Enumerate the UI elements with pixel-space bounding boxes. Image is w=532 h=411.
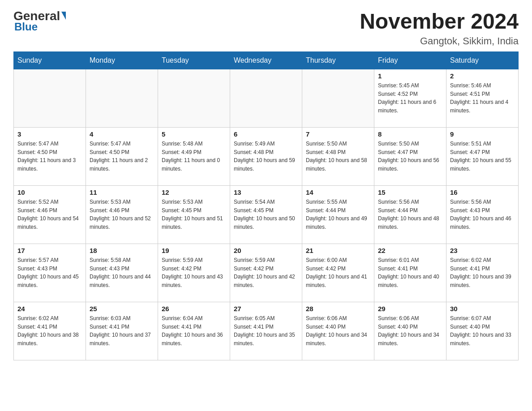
calendar-day-cell: 30Sunrise: 6:07 AMSunset: 4:40 PMDayligh… bbox=[446, 302, 519, 360]
calendar-day-cell: 4Sunrise: 5:47 AMSunset: 4:50 PMDaylight… bbox=[86, 128, 158, 186]
calendar-day-cell: 7Sunrise: 5:50 AMSunset: 4:48 PMDaylight… bbox=[302, 128, 374, 186]
day-number: 7 bbox=[306, 130, 370, 138]
day-info: Sunrise: 5:50 AMSunset: 4:47 PMDaylight:… bbox=[378, 140, 442, 173]
calendar-body: 1Sunrise: 5:45 AMSunset: 4:52 PMDaylight… bbox=[14, 69, 519, 360]
day-info: Sunrise: 5:59 AMSunset: 4:42 PMDaylight:… bbox=[162, 256, 226, 289]
day-number: 13 bbox=[234, 188, 298, 196]
calendar-day-cell: 6Sunrise: 5:49 AMSunset: 4:48 PMDaylight… bbox=[230, 128, 302, 186]
calendar-day-cell: 11Sunrise: 5:53 AMSunset: 4:46 PMDayligh… bbox=[86, 186, 158, 244]
day-info: Sunrise: 5:53 AMSunset: 4:46 PMDaylight:… bbox=[90, 198, 154, 231]
day-info: Sunrise: 5:45 AMSunset: 4:52 PMDaylight:… bbox=[378, 81, 442, 115]
day-info: Sunrise: 6:02 AMSunset: 4:41 PMDaylight:… bbox=[450, 256, 515, 289]
calendar-day-cell: 28Sunrise: 6:06 AMSunset: 4:40 PMDayligh… bbox=[302, 302, 374, 360]
calendar-header: SundayMondayTuesdayWednesdayThursdayFrid… bbox=[14, 52, 519, 69]
calendar-day-cell: 24Sunrise: 6:02 AMSunset: 4:41 PMDayligh… bbox=[14, 302, 86, 360]
calendar-week-row: 1Sunrise: 5:45 AMSunset: 4:52 PMDaylight… bbox=[14, 69, 519, 128]
day-number: 28 bbox=[306, 305, 370, 313]
day-number: 25 bbox=[90, 305, 154, 313]
day-number: 20 bbox=[234, 247, 298, 254]
day-info: Sunrise: 5:54 AMSunset: 4:45 PMDaylight:… bbox=[234, 198, 298, 231]
day-number: 10 bbox=[17, 188, 82, 196]
day-number: 3 bbox=[17, 130, 82, 138]
calendar-week-row: 10Sunrise: 5:52 AMSunset: 4:46 PMDayligh… bbox=[14, 186, 519, 244]
day-info: Sunrise: 5:51 AMSunset: 4:47 PMDaylight:… bbox=[450, 140, 515, 173]
day-number: 11 bbox=[90, 188, 154, 196]
weekday-header-sunday: Sunday bbox=[14, 52, 86, 69]
calendar-day-cell bbox=[14, 69, 86, 128]
day-number: 30 bbox=[450, 305, 515, 313]
calendar-day-cell: 1Sunrise: 5:45 AMSunset: 4:52 PMDaylight… bbox=[374, 69, 446, 128]
calendar-day-cell bbox=[230, 69, 302, 128]
day-info: Sunrise: 5:58 AMSunset: 4:43 PMDaylight:… bbox=[90, 256, 154, 289]
day-number: 14 bbox=[306, 188, 370, 196]
day-number: 19 bbox=[162, 247, 226, 254]
logo-blue-text: Blue bbox=[14, 21, 38, 33]
day-number: 4 bbox=[90, 130, 154, 138]
calendar-day-cell: 29Sunrise: 6:06 AMSunset: 4:40 PMDayligh… bbox=[374, 302, 446, 360]
day-number: 23 bbox=[450, 247, 515, 254]
month-year-title: November 2024 bbox=[360, 9, 519, 34]
day-info: Sunrise: 5:46 AMSunset: 4:51 PMDaylight:… bbox=[450, 81, 515, 115]
calendar-day-cell: 18Sunrise: 5:58 AMSunset: 4:43 PMDayligh… bbox=[86, 244, 158, 302]
day-number: 24 bbox=[17, 305, 82, 313]
weekday-header-monday: Monday bbox=[86, 52, 158, 69]
day-number: 29 bbox=[378, 305, 442, 313]
calendar-day-cell: 13Sunrise: 5:54 AMSunset: 4:45 PMDayligh… bbox=[230, 186, 302, 244]
calendar-week-row: 3Sunrise: 5:47 AMSunset: 4:50 PMDaylight… bbox=[14, 128, 519, 186]
calendar-day-cell: 10Sunrise: 5:52 AMSunset: 4:46 PMDayligh… bbox=[14, 186, 86, 244]
calendar-week-row: 17Sunrise: 5:57 AMSunset: 4:43 PMDayligh… bbox=[14, 244, 519, 302]
weekday-header-friday: Friday bbox=[374, 52, 446, 69]
day-info: Sunrise: 6:01 AMSunset: 4:41 PMDaylight:… bbox=[378, 256, 442, 289]
day-info: Sunrise: 6:03 AMSunset: 4:41 PMDaylight:… bbox=[90, 314, 154, 347]
calendar-day-cell: 9Sunrise: 5:51 AMSunset: 4:47 PMDaylight… bbox=[446, 128, 519, 186]
day-info: Sunrise: 5:53 AMSunset: 4:45 PMDaylight:… bbox=[162, 198, 226, 231]
day-number: 26 bbox=[162, 305, 226, 313]
day-info: Sunrise: 5:48 AMSunset: 4:49 PMDaylight:… bbox=[162, 140, 226, 173]
day-number: 5 bbox=[162, 130, 226, 138]
calendar-day-cell: 5Sunrise: 5:48 AMSunset: 4:49 PMDaylight… bbox=[158, 128, 230, 186]
location-subtitle: Gangtok, Sikkim, India bbox=[360, 35, 519, 47]
calendar-day-cell: 2Sunrise: 5:46 AMSunset: 4:51 PMDaylight… bbox=[446, 69, 519, 128]
day-number: 15 bbox=[378, 188, 442, 196]
calendar-week-row: 24Sunrise: 6:02 AMSunset: 4:41 PMDayligh… bbox=[14, 302, 519, 360]
day-number: 16 bbox=[450, 188, 515, 196]
day-info: Sunrise: 5:56 AMSunset: 4:43 PMDaylight:… bbox=[450, 198, 515, 231]
calendar-day-cell: 20Sunrise: 5:59 AMSunset: 4:42 PMDayligh… bbox=[230, 244, 302, 302]
calendar-day-cell bbox=[158, 69, 230, 128]
calendar-day-cell: 19Sunrise: 5:59 AMSunset: 4:42 PMDayligh… bbox=[158, 244, 230, 302]
page-header: General Blue November 2024 Gangtok, Sikk… bbox=[13, 9, 519, 47]
calendar-table: SundayMondayTuesdayWednesdayThursdayFrid… bbox=[13, 51, 519, 360]
calendar-day-cell: 25Sunrise: 6:03 AMSunset: 4:41 PMDayligh… bbox=[86, 302, 158, 360]
day-info: Sunrise: 6:07 AMSunset: 4:40 PMDaylight:… bbox=[450, 314, 515, 347]
calendar-day-cell: 15Sunrise: 5:56 AMSunset: 4:44 PMDayligh… bbox=[374, 186, 446, 244]
day-info: Sunrise: 5:47 AMSunset: 4:50 PMDaylight:… bbox=[90, 140, 154, 173]
weekday-header-wednesday: Wednesday bbox=[230, 52, 302, 69]
day-number: 27 bbox=[234, 305, 298, 313]
day-info: Sunrise: 6:04 AMSunset: 4:41 PMDaylight:… bbox=[162, 314, 226, 347]
day-info: Sunrise: 6:00 AMSunset: 4:42 PMDaylight:… bbox=[306, 256, 370, 289]
logo-arrow-icon bbox=[61, 12, 66, 20]
day-info: Sunrise: 5:55 AMSunset: 4:44 PMDaylight:… bbox=[306, 198, 370, 231]
day-number: 22 bbox=[378, 247, 442, 254]
day-number: 8 bbox=[378, 130, 442, 138]
calendar-day-cell: 23Sunrise: 6:02 AMSunset: 4:41 PMDayligh… bbox=[446, 244, 519, 302]
day-number: 17 bbox=[17, 247, 82, 254]
title-section: November 2024 Gangtok, Sikkim, India bbox=[360, 9, 519, 47]
day-number: 1 bbox=[378, 72, 442, 80]
day-info: Sunrise: 6:06 AMSunset: 4:40 PMDaylight:… bbox=[306, 314, 370, 347]
day-number: 21 bbox=[306, 247, 370, 254]
day-info: Sunrise: 6:06 AMSunset: 4:40 PMDaylight:… bbox=[378, 314, 442, 347]
day-number: 2 bbox=[450, 72, 515, 80]
day-number: 9 bbox=[450, 130, 515, 138]
day-info: Sunrise: 5:47 AMSunset: 4:50 PMDaylight:… bbox=[17, 140, 82, 173]
calendar-day-cell bbox=[86, 69, 158, 128]
day-info: Sunrise: 5:50 AMSunset: 4:48 PMDaylight:… bbox=[306, 140, 370, 173]
calendar-day-cell: 14Sunrise: 5:55 AMSunset: 4:44 PMDayligh… bbox=[302, 186, 374, 244]
weekday-header-tuesday: Tuesday bbox=[158, 52, 230, 69]
calendar-day-cell: 8Sunrise: 5:50 AMSunset: 4:47 PMDaylight… bbox=[374, 128, 446, 186]
day-info: Sunrise: 6:05 AMSunset: 4:41 PMDaylight:… bbox=[234, 314, 298, 347]
weekday-header-row: SundayMondayTuesdayWednesdayThursdayFrid… bbox=[14, 52, 519, 69]
day-info: Sunrise: 5:56 AMSunset: 4:44 PMDaylight:… bbox=[378, 198, 442, 231]
day-number: 6 bbox=[234, 130, 298, 138]
calendar-day-cell: 22Sunrise: 6:01 AMSunset: 4:41 PMDayligh… bbox=[374, 244, 446, 302]
